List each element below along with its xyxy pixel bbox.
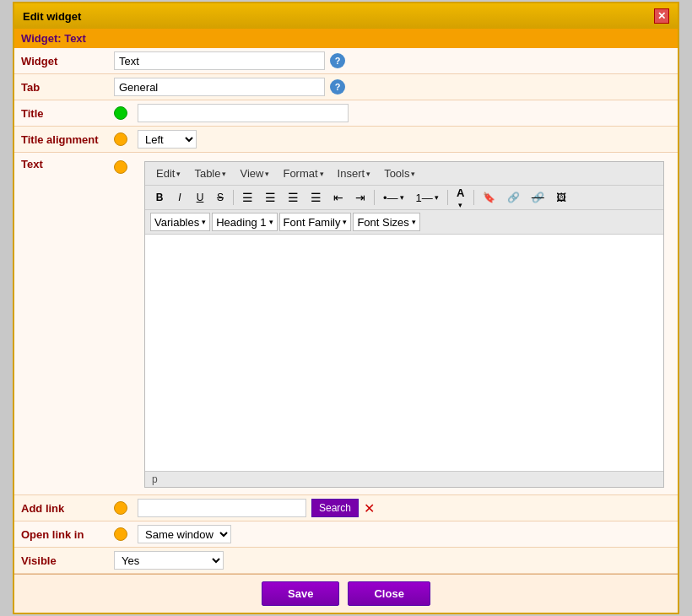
add-link-row: Add link Search ✕ xyxy=(14,495,678,521)
text-label: Text xyxy=(21,158,114,170)
editor-toolbar-dropdowns: Variables ▾ Heading 1 ▾ Font Family ▾ Fo… xyxy=(145,210,663,235)
tab-row: Tab ? xyxy=(14,74,678,100)
menu-view[interactable]: View ▾ xyxy=(234,165,275,182)
bold-button[interactable]: B xyxy=(150,188,169,207)
menu-format[interactable]: Format ▾ xyxy=(277,165,329,182)
text-editor: Edit ▾ Table ▾ View ▾ Format ▾ xyxy=(144,161,664,488)
widget-input[interactable] xyxy=(114,51,325,70)
menu-edit[interactable]: Edit ▾ xyxy=(150,165,187,182)
font-sizes-dropdown[interactable]: Font Sizes ▾ xyxy=(353,213,419,231)
toolbar-sep-1 xyxy=(233,190,234,205)
visible-label: Visible xyxy=(21,554,114,567)
open-link-select[interactable]: Same window New window xyxy=(138,525,231,543)
add-link-indicator xyxy=(114,501,127,515)
bottom-buttons: Save Close xyxy=(14,574,678,613)
bookmark-button[interactable]: 🔖 xyxy=(478,188,500,207)
link-input[interactable] xyxy=(138,499,306,517)
editor-menubar: Edit ▾ Table ▾ View ▾ Format ▾ xyxy=(145,162,663,186)
align-right-button[interactable]: ☰ xyxy=(283,188,304,207)
align-center-button[interactable]: ☰ xyxy=(260,188,281,207)
open-link-label: Open link in xyxy=(21,528,114,541)
font-color-button[interactable]: A ▾ xyxy=(451,188,470,207)
open-link-control: Same window New window xyxy=(114,525,671,543)
indent-left-button[interactable]: ⇤ xyxy=(328,188,349,207)
variables-dropdown[interactable]: Variables ▾ xyxy=(150,213,210,231)
tab-label: Tab xyxy=(21,81,114,94)
toolbar-sep-2 xyxy=(374,190,375,205)
title-input[interactable] xyxy=(138,104,349,122)
underline-button[interactable]: U xyxy=(191,188,209,207)
open-link-indicator xyxy=(114,527,127,541)
tab-help-icon[interactable]: ? xyxy=(330,79,345,95)
heading-dropdown[interactable]: Heading 1 ▾ xyxy=(212,213,277,231)
font-family-dropdown[interactable]: Font Family ▾ xyxy=(279,213,352,231)
visible-row: Visible Yes No xyxy=(14,548,678,574)
search-button[interactable]: Search xyxy=(311,499,359,517)
title-alignment-label: Title alignment xyxy=(21,133,114,146)
title-label: Title xyxy=(21,107,114,120)
title-alignment-control: Left Center Right xyxy=(114,130,671,149)
bullet-list-button[interactable]: •— ▾ xyxy=(378,188,409,207)
image-button[interactable]: 🖼 xyxy=(551,188,571,207)
unlink-button[interactable]: 🔗 xyxy=(527,188,549,207)
save-button[interactable]: Save xyxy=(262,581,339,606)
editor-toolbar-formatting: B I U S ☰ ☰ ☰ ☰ ⇤ ⇥ •— ▾ xyxy=(145,186,663,210)
editor-status-bar: p xyxy=(145,471,663,487)
tab-input[interactable] xyxy=(114,78,325,96)
ordered-list-button[interactable]: 1— ▾ xyxy=(411,188,444,207)
title-alignment-indicator xyxy=(114,132,127,146)
title-control xyxy=(114,104,671,122)
editor-content-area[interactable] xyxy=(145,235,663,471)
indent-right-button[interactable]: ⇥ xyxy=(350,188,370,207)
dialog-title: Edit widget xyxy=(23,10,81,23)
open-link-row: Open link in Same window New window xyxy=(14,521,678,548)
title-indicator xyxy=(114,106,127,120)
title-alignment-select[interactable]: Left Center Right xyxy=(138,130,197,149)
title-alignment-row: Title alignment Left Center Right xyxy=(14,127,678,153)
delete-link-icon[interactable]: ✕ xyxy=(364,500,375,516)
section-header: Widget: Text xyxy=(14,29,678,48)
toolbar-sep-4 xyxy=(473,190,474,205)
menu-table[interactable]: Table ▾ xyxy=(188,165,232,182)
close-button[interactable]: Close xyxy=(348,581,430,606)
widget-help-icon[interactable]: ? xyxy=(330,53,345,68)
italic-button[interactable]: I xyxy=(170,188,189,207)
align-justify-button[interactable]: ☰ xyxy=(305,188,327,207)
widget-row: Widget ? xyxy=(14,48,678,74)
text-indicator xyxy=(114,160,127,174)
align-left-button[interactable]: ☰ xyxy=(237,188,258,207)
widget-label: Widget xyxy=(21,55,114,68)
text-row: Text Edit ▾ Table ▾ View ▾ xyxy=(14,153,678,495)
toolbar-sep-3 xyxy=(447,190,448,205)
link-button[interactable]: 🔗 xyxy=(502,188,525,207)
tab-control: ? xyxy=(114,78,671,96)
visible-control: Yes No xyxy=(114,551,671,570)
strikethrough-button[interactable]: S xyxy=(211,188,230,207)
add-link-control: Search ✕ xyxy=(114,499,671,517)
title-row: Title xyxy=(14,100,678,127)
widget-control: ? xyxy=(114,51,671,70)
menu-insert[interactable]: Insert ▾ xyxy=(332,165,377,182)
dialog-titlebar: Edit widget ✕ xyxy=(14,3,678,29)
menu-tools[interactable]: Tools ▾ xyxy=(378,165,421,182)
visible-select[interactable]: Yes No xyxy=(114,551,224,570)
close-icon-button[interactable]: ✕ xyxy=(654,8,669,24)
add-link-label: Add link xyxy=(21,502,114,515)
edit-widget-dialog: Edit widget ✕ Widget: Text Widget ? Tab … xyxy=(13,2,679,614)
